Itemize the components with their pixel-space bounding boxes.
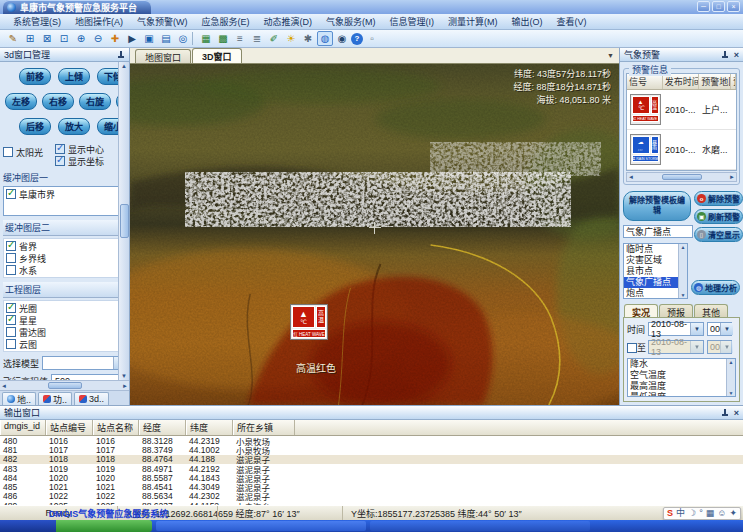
soft-keyboard-icon[interactable]: ▦: [706, 508, 715, 519]
heatwave-warning-marker[interactable]: ▲ ℃ 高温 红 HEAT WAVE: [290, 304, 328, 340]
tab-map-window[interactable]: 地图窗口: [135, 49, 191, 63]
menu-item[interactable]: 动态推演(D): [257, 14, 320, 29]
table-row[interactable]: 480 1016 1016 88.3128 44.2319 小泉牧场: [0, 436, 743, 445]
layer-checkbox[interactable]: 光圈: [6, 302, 124, 314]
zoom-out-icon[interactable]: ⊖: [90, 31, 106, 46]
draw-icon[interactable]: ✐: [266, 31, 282, 46]
column-header[interactable]: 所在乡镇: [233, 420, 295, 435]
taskbar-start-area[interactable]: [0, 520, 56, 532]
scroll-down-icon[interactable]: ▼: [681, 292, 686, 298]
close-icon[interactable]: ×: [734, 51, 739, 59]
view-control-button[interactable]: 上倾: [58, 68, 90, 85]
layer-checkbox[interactable]: 阜康市界: [6, 188, 124, 200]
to-hour-select[interactable]: 00▼: [707, 340, 732, 354]
menu-item[interactable]: 查看(V): [550, 14, 594, 29]
pan-icon[interactable]: ✚: [107, 31, 123, 46]
to-date-select[interactable]: 2010-08-13▼: [648, 340, 704, 354]
view-control-button[interactable]: 右旋: [79, 93, 111, 110]
scrollbar-thumb[interactable]: [662, 174, 702, 180]
scroll-left-icon[interactable]: ◄: [1, 383, 7, 389]
pin-icon[interactable]: [117, 50, 125, 59]
scroll-up-icon[interactable]: ▲: [681, 244, 686, 250]
layer-checkbox[interactable]: 乡界线: [6, 252, 124, 264]
taskbar-button[interactable]: [156, 521, 366, 531]
pin-icon[interactable]: [721, 50, 729, 59]
geo-analysis-button[interactable]: ◍地理分析: [691, 280, 740, 295]
mini-window-icon[interactable]: ▫: [364, 31, 380, 46]
taskbar-button[interactable]: [370, 521, 590, 531]
scroll-down-icon[interactable]: ▼: [121, 373, 127, 379]
flight-elevation-input[interactable]: 500: [51, 374, 127, 380]
menu-item[interactable]: 气象预警(W): [130, 14, 195, 29]
tab-3d-window-management[interactable]: 3d..: [74, 392, 109, 405]
list-item[interactable]: 降水: [628, 359, 726, 370]
tab-forecast[interactable]: 预报: [659, 304, 693, 317]
menu-item[interactable]: 测量计算(M): [441, 14, 505, 29]
punctuation-icon[interactable]: °: [699, 508, 703, 519]
ime-tools-icon[interactable]: ✦: [729, 508, 737, 519]
scroll-up-icon[interactable]: ▲: [121, 63, 127, 69]
lang-chinese-icon[interactable]: 中: [676, 508, 685, 519]
column-header[interactable]: dmgis_id: [0, 420, 46, 435]
menu-item[interactable]: 系统管理(S): [6, 14, 68, 29]
chevron-down-icon[interactable]: ▼: [690, 323, 703, 335]
export-map-icon[interactable]: ▦: [198, 31, 214, 46]
refresh-warning-button[interactable]: ▣刷新预警: [694, 209, 743, 224]
dismiss-warning-button[interactable]: o解除预警: [694, 191, 743, 206]
column-header[interactable]: 预: [731, 74, 736, 89]
sunlight-checkbox[interactable]: 太阳光: [3, 146, 55, 158]
scroll-up-icon[interactable]: ▲: [729, 359, 734, 365]
minimize-button[interactable]: ─: [697, 1, 710, 12]
scroll-left-icon[interactable]: ◄: [628, 174, 634, 180]
measure-icon[interactable]: ✎: [5, 31, 21, 46]
date-select[interactable]: 2010-08-13▼: [648, 322, 704, 336]
zoom-select-icon[interactable]: ⊠: [39, 31, 55, 46]
scroll-right-icon[interactable]: ►: [729, 174, 735, 180]
menu-item[interactable]: 应急服务(E): [195, 14, 257, 29]
hour-select[interactable]: 00▼: [707, 322, 732, 336]
chevron-down-icon[interactable]: ▼: [720, 323, 733, 335]
to-checkbox[interactable]: [627, 343, 637, 353]
table-row[interactable]: 485 1021 1021 88.4541 44.3049 滋泥泉子: [0, 482, 743, 491]
table-row[interactable]: 484 1020 1020 88.5587 44.1843 滋泥泉子: [0, 473, 743, 482]
zoom-in-icon[interactable]: ⊕: [73, 31, 89, 46]
list-vscrollbar[interactable]: ▲▼: [726, 359, 735, 396]
eye-icon[interactable]: ◉: [334, 31, 350, 46]
view-control-button[interactable]: 后移: [19, 118, 51, 135]
scrollbar-thumb[interactable]: [120, 204, 129, 238]
model-select[interactable]: ▼: [42, 356, 127, 370]
snapshot-icon[interactable]: ▩: [215, 31, 231, 46]
sogou-ime-icon[interactable]: S: [667, 508, 673, 519]
column-header[interactable]: 纬度: [186, 420, 233, 435]
zoom-window-icon[interactable]: ⊞: [22, 31, 38, 46]
list-item[interactable]: 最低温度: [628, 392, 726, 397]
pin-icon[interactable]: [721, 408, 729, 417]
view-control-button[interactable]: 左移: [5, 93, 37, 110]
tab-other[interactable]: 其他: [694, 304, 728, 317]
menu-item[interactable]: 气象服务(M): [319, 14, 383, 29]
table-row[interactable]: 483 1019 1019 88.4971 44.2192 滋泥泉子: [0, 464, 743, 473]
select-arrow-icon[interactable]: ▶: [124, 31, 140, 46]
restore-button[interactable]: □: [712, 1, 725, 12]
toolbar-separator[interactable]: [192, 32, 197, 45]
close-button[interactable]: ×: [727, 1, 740, 12]
tab-map-layers[interactable]: 地..: [2, 392, 36, 405]
zoom-last-icon[interactable]: ⊡: [56, 31, 72, 46]
list-vscrollbar[interactable]: ▲▼: [678, 244, 687, 298]
column-header[interactable]: 站点名称: [93, 420, 139, 435]
list-item[interactable]: 空气温度: [628, 370, 726, 381]
column-header[interactable]: 发布时间: [663, 74, 700, 89]
show-coords-checkbox[interactable]: 显示坐标: [55, 155, 104, 167]
tab-realtime[interactable]: 实况: [624, 304, 658, 317]
scrollbar-thumb[interactable]: [48, 382, 82, 389]
scroll-down-icon[interactable]: ▼: [729, 390, 734, 396]
menu-item[interactable]: 地图操作(A): [68, 14, 130, 29]
table-row[interactable]: 482 1018 1018 88.4764 44.188 滋泥泉子: [0, 455, 743, 464]
refresh-window-icon[interactable]: ▤: [158, 31, 174, 46]
layer-checkbox[interactable]: 水系: [6, 264, 124, 276]
layer-checkbox[interactable]: 省界: [6, 240, 124, 252]
left-panel-hscrollbar[interactable]: ◄ ►: [0, 380, 129, 390]
map-3d-view[interactable]: 纬度: 43度57分18.117秒 经度: 88度18分14.871秒 海拔: …: [130, 64, 619, 405]
table-row[interactable]: 481 1017 1017 88.3749 44.1002 小泉牧场: [0, 445, 743, 454]
layer-checkbox[interactable]: 星星: [6, 314, 124, 326]
